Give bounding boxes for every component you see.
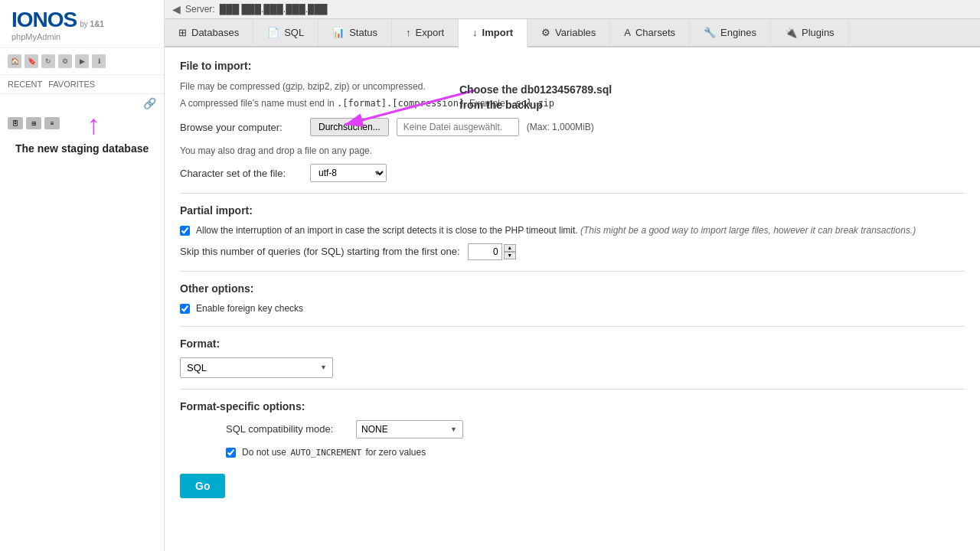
example-hint: .sql.zip [510, 98, 554, 109]
skip-spinner: ▲ ▼ [468, 243, 516, 260]
sidebar: IONOS by 1&1 phpMyAdmin 🏠 🔖 ↻ ⚙ ▶ ℹ RECE… [0, 0, 165, 551]
tab-export[interactable]: ↑ Export [392, 19, 459, 46]
auto-increment-text-before: Do not use [242, 447, 286, 458]
logo-area: IONOS by 1&1 phpMyAdmin [0, 0, 164, 48]
db-icon-1[interactable]: 🗄 [8, 117, 23, 129]
sidebar-icons-row: 🏠 🔖 ↻ ⚙ ▶ ℹ [0, 48, 164, 75]
divider-4 [180, 389, 965, 390]
skip-input[interactable] [468, 243, 502, 260]
import-icon: ↓ [472, 27, 478, 38]
browse-button[interactable]: Durchsuchen... [310, 118, 389, 136]
back-button[interactable]: ◀ [172, 3, 181, 15]
link-icon: 🔗 [143, 97, 156, 109]
annotation-text: The new staging database [15, 142, 149, 155]
logo-by-1and1: by 1&1 [80, 20, 104, 28]
go-button[interactable]: Go [180, 474, 225, 498]
allow-interrupt-checkbox[interactable] [180, 226, 190, 236]
logo-text: IONOS [11, 8, 77, 32]
sql-icon: 📄 [267, 27, 279, 38]
tab-databases-label: Databases [191, 27, 239, 38]
info-icon[interactable]: ℹ [92, 54, 106, 68]
compat-select-wrapper: NONE ANSI DB2 MAXDB MYSQL323 MYSQL40 MSS… [356, 420, 463, 439]
compat-select[interactable]: NONE ANSI DB2 MAXDB MYSQL323 MYSQL40 MSS… [356, 420, 463, 439]
auto-increment-label[interactable]: Do not use AUTO_INCREMENT for zero value… [242, 446, 426, 459]
allow-interrupt-row: Allow the interruption of an import in c… [180, 224, 965, 237]
sidebar-db-icons: 🗄 ⊞ ≡ [0, 112, 164, 134]
tab-import-label: Import [482, 27, 513, 38]
other-options-title: Other options: [180, 282, 965, 295]
settings-icon[interactable]: ⚙ [58, 54, 72, 68]
plugins-icon: 🔌 [785, 27, 797, 38]
export-icon: ↑ [406, 27, 411, 38]
bookmark-icon[interactable]: 🔖 [24, 54, 38, 68]
topbar: ◀ Server: ███ ███.███.███.███ [165, 0, 980, 19]
browse-label: Browse your computer: [180, 122, 302, 133]
tab-export-label: Export [416, 27, 445, 38]
tab-sql[interactable]: 📄 SQL [253, 19, 318, 46]
tab-status-label: Status [349, 27, 377, 38]
go-row: Go [180, 474, 965, 498]
tab-charsets[interactable]: A Charsets [610, 19, 690, 46]
divider-3 [180, 326, 965, 327]
foreign-key-checkbox[interactable] [180, 304, 190, 314]
tab-recent[interactable]: RECENT [8, 80, 42, 89]
tab-variables[interactable]: ⚙ Variables [528, 19, 610, 46]
foreign-key-label[interactable]: Enable foreign key checks [196, 302, 303, 315]
logo-phpmyadmin: phpMyAdmin [11, 32, 152, 41]
format-specific-title: Format-specific options: [180, 400, 965, 412]
sidebar-tabs: RECENT FAVORITES [0, 75, 164, 94]
file-name-display: Keine Datei ausgewählt. [397, 118, 519, 136]
tab-plugins[interactable]: 🔌 Plugins [771, 19, 849, 46]
file-info-2: A compressed file's name must end in .[f… [180, 96, 965, 110]
drag-drop-info: You may also drag and drop a file on any… [180, 144, 965, 158]
nav-tabs: ⊞ Databases 📄 SQL 📊 Status ↑ Export ↓ Im… [165, 19, 980, 47]
server-ip: ███ ███.███.███.███ [220, 4, 328, 15]
db-icon-2[interactable]: ⊞ [26, 117, 41, 129]
variables-icon: ⚙ [541, 27, 550, 38]
tab-favorites[interactable]: FAVORITES [48, 80, 95, 89]
sidebar-link-area: 🔗 [0, 94, 164, 112]
db-icon-3[interactable]: ≡ [44, 117, 60, 129]
format-title: Format: [180, 337, 965, 350]
spinner-buttons: ▲ ▼ [504, 244, 516, 259]
charset-select-wrapper: utf-8 latin1 [310, 164, 387, 182]
skip-queries-row: Skip this number of queries (for SQL) st… [180, 243, 965, 260]
auto-increment-row: Do not use AUTO_INCREMENT for zero value… [226, 446, 965, 459]
tab-engines[interactable]: 🔧 Engines [690, 19, 771, 46]
auto-increment-text-after: for zero values [365, 447, 426, 458]
tab-charsets-label: Charsets [635, 27, 675, 38]
charset-select[interactable]: utf-8 latin1 [310, 164, 387, 182]
console-icon[interactable]: ▶ [75, 54, 89, 68]
skip-label: Skip this number of queries (for SQL) st… [180, 246, 460, 257]
auto-increment-checkbox[interactable] [226, 448, 236, 458]
main-content: ◀ Server: ███ ███.███.███.███ ⊞ Database… [165, 0, 980, 551]
browse-row: Browse your computer: Durchsuchen... Kei… [180, 118, 965, 136]
spinner-down[interactable]: ▼ [504, 252, 516, 259]
tab-status[interactable]: 📊 Status [318, 19, 392, 46]
allow-interrupt-label[interactable]: Allow the interruption of an import in c… [196, 224, 916, 237]
divider-2 [180, 271, 965, 272]
charsets-icon: A [624, 27, 631, 38]
auto-increment-code: AUTO_INCREMENT [289, 448, 363, 458]
file-info-1: File may be compressed (gzip, bzip2, zip… [180, 80, 965, 93]
tab-plugins-label: Plugins [802, 27, 835, 38]
home-icon[interactable]: 🏠 [8, 54, 21, 68]
server-label: Server: [185, 4, 215, 15]
partial-import-title: Partial import: [180, 204, 965, 217]
compat-label: SQL compatibility mode: [226, 423, 348, 435]
format-select-wrapper: SQL CSV CSV using LOAD DATA ODS XML [180, 357, 333, 378]
charset-row: Character set of the file: utf-8 latin1 [180, 164, 965, 182]
format-select[interactable]: SQL CSV CSV using LOAD DATA ODS XML [180, 357, 333, 378]
tab-databases[interactable]: ⊞ Databases [165, 19, 253, 46]
allow-interrupt-note: (This might be a good way to import larg… [580, 225, 916, 236]
page-wrapper: IONOS by 1&1 phpMyAdmin 🏠 🔖 ↻ ⚙ ▶ ℹ RECE… [0, 0, 980, 551]
tab-import[interactable]: ↓ Import [459, 19, 528, 47]
refresh-icon[interactable]: ↻ [41, 54, 55, 68]
max-size-label: (Max: 1,000MiB) [527, 122, 594, 132]
status-icon: 📊 [332, 27, 345, 38]
engines-icon: 🔧 [704, 27, 716, 38]
tab-sql-label: SQL [284, 27, 304, 38]
format-hint: .[format].[compression] [337, 98, 464, 109]
spinner-up[interactable]: ▲ [504, 244, 516, 252]
foreign-key-row: Enable foreign key checks [180, 302, 965, 315]
